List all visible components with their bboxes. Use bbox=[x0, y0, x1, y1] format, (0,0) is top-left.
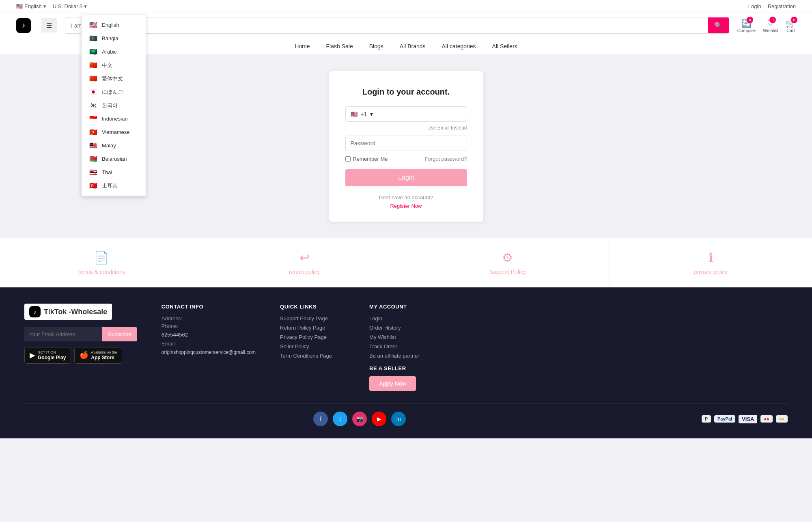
terms-conditions-item[interactable]: 📄 Terms & conditions bbox=[0, 238, 203, 287]
use-email-link[interactable]: Use Email Instead bbox=[345, 125, 467, 131]
forgot-password-link[interactable]: Forgot password? bbox=[424, 156, 467, 162]
apple-icon: 🍎 bbox=[80, 351, 88, 360]
support-policy-item[interactable]: ⚙ Support Policy bbox=[406, 238, 610, 287]
privacy-label: privacy policy bbox=[694, 269, 728, 275]
subscribe-button[interactable]: Subscribe bbox=[102, 327, 137, 341]
chevron-down-icon: ▾ bbox=[370, 111, 373, 117]
term-conditions-page-link[interactable]: Term Conditions Page bbox=[280, 353, 345, 359]
footer-logo-text: TikTok -Wholesale bbox=[44, 308, 107, 316]
lang-item-bangla[interactable]: 🇧🇩Bangla bbox=[82, 32, 146, 45]
nav-all-sellers[interactable]: All Sellers bbox=[492, 43, 517, 50]
footer: ♪ TikTok -Wholesale Subscribe ▶ GET IT O… bbox=[0, 287, 812, 438]
flag-us: 🇺🇸 bbox=[16, 3, 23, 9]
lang-item-english[interactable]: 🇺🇸English bbox=[82, 18, 146, 32]
app-store-button[interactable]: 🍎 Available on the App Store bbox=[74, 347, 122, 364]
login-card: Login to your account. 🇺🇸 +1 ▾ Use Email… bbox=[329, 71, 483, 222]
no-account-text: Dont have an account? bbox=[345, 194, 467, 201]
flag-icon: 🇻🇳 bbox=[89, 128, 98, 136]
apply-now-button[interactable]: Apply Now bbox=[369, 376, 416, 391]
compare-icon: 🔄 0 bbox=[741, 18, 752, 28]
return-policy-item[interactable]: ↩ return policy bbox=[203, 238, 407, 287]
hamburger-button[interactable]: ☰ bbox=[41, 18, 57, 32]
nav-all-brands[interactable]: All Brands bbox=[400, 43, 426, 50]
nav-home[interactable]: Home bbox=[295, 43, 310, 50]
footer-contact: CONTACT INFO Address: Phone: 625544562 E… bbox=[162, 304, 256, 391]
lang-item-belarusian[interactable]: 🇧🇾Belarusian bbox=[82, 152, 146, 166]
flag-icon: 🇨🇳 bbox=[89, 75, 98, 82]
privacy-policy-page-link[interactable]: Privacy Policy Page bbox=[280, 334, 345, 340]
search-input[interactable] bbox=[65, 18, 708, 33]
lang-item-thai[interactable]: 🇹🇭Thai bbox=[82, 166, 146, 179]
privacy-policy-item[interactable]: ℹ privacy policy bbox=[610, 238, 812, 287]
cart-button[interactable]: 🛒 0 Cart bbox=[786, 18, 796, 33]
flag-icon: 🇨🇳 bbox=[89, 61, 98, 69]
lang-item-indonesian[interactable]: 🇮🇩Indonesian bbox=[82, 112, 146, 125]
chevron-down-icon: ▾ bbox=[84, 3, 87, 9]
wishlist-label: Wishlist bbox=[763, 28, 778, 33]
currency-selector[interactable]: U.S. Dollar $ ▾ bbox=[53, 3, 87, 9]
nav-all-categories[interactable]: All categories bbox=[442, 43, 476, 50]
order-history-link[interactable]: Order History bbox=[369, 325, 434, 331]
policy-section: 📄 Terms & conditions ↩ return policy ⚙ S… bbox=[0, 238, 812, 287]
contact-title: CONTACT INFO bbox=[162, 304, 256, 310]
nav-flash-sale[interactable]: Flash Sale bbox=[326, 43, 353, 50]
document-icon: 📄 bbox=[94, 250, 109, 265]
support-label: Support Policy bbox=[489, 269, 526, 275]
google-play-icon: ▶ bbox=[30, 351, 35, 360]
password-input[interactable] bbox=[345, 136, 467, 151]
lang-name: Indonesian bbox=[102, 116, 128, 122]
lang-item-土耳其[interactable]: 🇹🇷土耳其 bbox=[82, 179, 146, 192]
lang-name: 土耳其 bbox=[102, 182, 118, 190]
account-login-link[interactable]: Login bbox=[369, 315, 434, 321]
seller-policy-link[interactable]: Seller Policy bbox=[280, 343, 345, 349]
lang-item-繁体中文[interactable]: 🇨🇳繁体中文 bbox=[82, 72, 146, 85]
phone-input-row[interactable]: 🇺🇸 +1 ▾ bbox=[345, 106, 467, 122]
lang-item-malay[interactable]: 🇲🇾Malay bbox=[82, 139, 146, 152]
facebook-button[interactable]: f bbox=[313, 412, 328, 426]
affiliate-partner-link[interactable]: Be an affiliate partner bbox=[369, 353, 434, 359]
lang-item-vietnamese[interactable]: 🇻🇳Vietnamese bbox=[82, 125, 146, 139]
my-wishlist-link[interactable]: My Wishlist bbox=[369, 334, 434, 340]
language-selector[interactable]: 🇺🇸 English ▾ bbox=[16, 3, 46, 9]
support-policy-page-link[interactable]: Support Policy Page bbox=[280, 315, 345, 321]
flag-icon: 🇧🇾 bbox=[89, 155, 98, 163]
footer-top: ♪ TikTok -Wholesale Subscribe ▶ GET IT O… bbox=[24, 304, 788, 391]
email-subscribe-form: Subscribe bbox=[24, 327, 137, 341]
lang-name: にほんご bbox=[102, 88, 123, 96]
youtube-button[interactable]: ▶ bbox=[372, 412, 386, 426]
lang-item-한국어[interactable]: 🇰🇷한국어 bbox=[82, 99, 146, 112]
lang-name: 한국어 bbox=[102, 102, 118, 109]
flag-icon: 🇹🇭 bbox=[89, 168, 98, 176]
register-now-link[interactable]: Register Now bbox=[390, 203, 422, 209]
track-order-link[interactable]: Track Order bbox=[369, 343, 434, 349]
compare-button[interactable]: 🔄 0 Compare bbox=[737, 18, 756, 33]
mastercard-icon: ●● bbox=[760, 415, 772, 423]
flag-icon: 🇲🇾 bbox=[89, 142, 98, 149]
compare-badge: 0 bbox=[747, 17, 753, 23]
lang-name: English bbox=[102, 22, 119, 28]
lang-item-arabic[interactable]: 🇸🇦Arabic bbox=[82, 45, 146, 58]
google-play-button[interactable]: ▶ GET IT ON Google Play bbox=[24, 347, 71, 364]
lang-name: 繁体中文 bbox=[102, 75, 123, 82]
instagram-button[interactable]: 📷 bbox=[352, 412, 367, 426]
twitter-button[interactable]: t bbox=[333, 412, 347, 426]
flag-icon: 🇯🇵 bbox=[89, 88, 98, 96]
google-play-big: Google Play bbox=[38, 355, 66, 360]
login-button[interactable]: Login bbox=[345, 169, 467, 186]
phone-code: +1 bbox=[361, 111, 367, 117]
chevron-down-icon: ▾ bbox=[43, 3, 46, 9]
nav-blogs[interactable]: Blogs bbox=[369, 43, 383, 50]
remember-me-label[interactable]: Remember Me bbox=[345, 156, 388, 162]
return-policy-page-link[interactable]: Return Policy Page bbox=[280, 325, 345, 331]
lang-item-中文[interactable]: 🇨🇳中文 bbox=[82, 58, 146, 72]
email-input[interactable] bbox=[24, 327, 102, 341]
search-button[interactable]: 🔍 bbox=[708, 17, 729, 33]
login-link[interactable]: Login bbox=[748, 3, 761, 9]
remember-me-checkbox[interactable] bbox=[345, 156, 351, 162]
registration-link[interactable]: Registration bbox=[768, 3, 796, 9]
lang-item-にほんご[interactable]: 🇯🇵にほんご bbox=[82, 85, 146, 99]
google-play-text: GET IT ON Google Play bbox=[38, 350, 66, 360]
wishlist-button[interactable]: ♡ 0 Wishlist bbox=[763, 18, 778, 33]
tiktok-icon: ♪ bbox=[16, 18, 31, 33]
linkedin-button[interactable]: in bbox=[391, 412, 406, 426]
